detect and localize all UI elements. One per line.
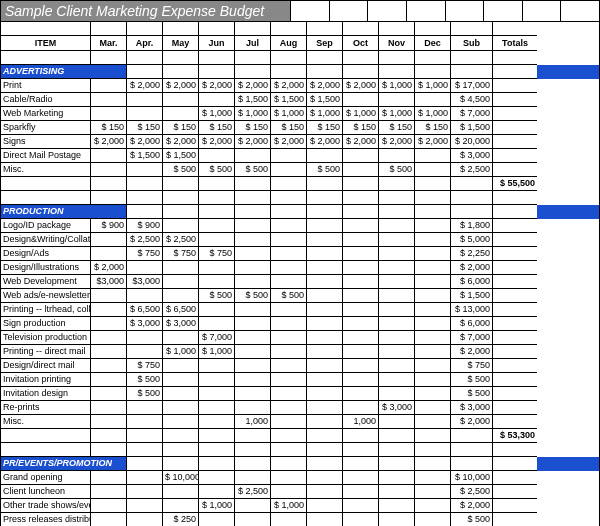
table-row: Design/direct mail$ 750$ 750 [1, 359, 599, 373]
table-row: Design/Ads$ 750$ 750$ 750$ 2,250 [1, 247, 599, 261]
month-cell [415, 359, 451, 373]
total-cell [493, 415, 537, 429]
month-cell [343, 233, 379, 247]
item-cell: Invitation printing [1, 373, 91, 387]
month-cell [163, 443, 199, 457]
month-cell [379, 261, 415, 275]
month-cell: $ 2,000 [235, 135, 271, 149]
total-cell [493, 93, 537, 107]
month-cell: $ 2,000 [415, 135, 451, 149]
month-cell [199, 219, 235, 233]
month-cell [163, 387, 199, 401]
item-cell: Invitation design [1, 387, 91, 401]
month-cell [91, 107, 127, 121]
month-cell [127, 485, 163, 499]
month-cell [163, 177, 199, 191]
sub-cell [451, 191, 493, 205]
month-cell [343, 359, 379, 373]
month-cell: $ 2,000 [307, 79, 343, 93]
table-row: Television production$ 7,000$ 7,000 [1, 331, 599, 345]
month-cell: $ 150 [127, 121, 163, 135]
month-cell [307, 331, 343, 345]
month-cell [307, 247, 343, 261]
section-header: PR/EVENTS/PROMOTION [1, 457, 599, 471]
month-cell [271, 387, 307, 401]
month-cell [127, 471, 163, 485]
month-cell [163, 289, 199, 303]
month-cell: $ 1,000 [199, 345, 235, 359]
spreadsheet: Sample Client Marketing Expense Budget I… [0, 0, 600, 526]
month-cell [271, 359, 307, 373]
month-cell: $ 1,000 [271, 499, 307, 513]
month-cell [343, 289, 379, 303]
month-cell [127, 163, 163, 177]
sub-cell: $ 2,000 [451, 345, 493, 359]
month-cell: $ 150 [343, 121, 379, 135]
month-cell [199, 471, 235, 485]
month-cell [343, 317, 379, 331]
month-cell: $3,000 [91, 275, 127, 289]
month-cell [271, 345, 307, 359]
sub-cell [451, 429, 493, 443]
header-cell: Sub [451, 36, 493, 51]
column-headers: ITEMMar.Apr.MayJunJulAugSepOctNovDecSubT… [1, 36, 599, 51]
month-cell [235, 471, 271, 485]
month-cell [271, 163, 307, 177]
month-cell [379, 22, 415, 36]
month-cell [199, 513, 235, 526]
total-cell [493, 317, 537, 331]
month-cell: $ 500 [379, 163, 415, 177]
item-cell: Sign production [1, 317, 91, 331]
month-cell [379, 331, 415, 345]
month-cell [415, 22, 451, 36]
month-cell: $ 2,000 [271, 79, 307, 93]
month-cell [415, 261, 451, 275]
item-cell: Design/Illustrations [1, 261, 91, 275]
month-cell [415, 429, 451, 443]
month-cell [235, 443, 271, 457]
section-total-row: $ 55,500 [1, 177, 599, 191]
month-cell [307, 22, 343, 36]
month-cell [127, 331, 163, 345]
sub-cell: $ 2,500 [451, 163, 493, 177]
month-cell [379, 345, 415, 359]
section-header: PRODUCTION [1, 205, 599, 219]
header-cell: May [163, 36, 199, 51]
month-cell: $ 2,000 [235, 79, 271, 93]
month-cell [91, 177, 127, 191]
month-cell [343, 177, 379, 191]
month-cell [379, 275, 415, 289]
table-row: Invitation design$ 500$ 500 [1, 387, 599, 401]
month-cell: $ 1,000 [343, 107, 379, 121]
header-cell: Totals [493, 36, 537, 51]
month-cell [163, 107, 199, 121]
month-cell [343, 485, 379, 499]
sub-cell: $ 2,250 [451, 247, 493, 261]
title-cell: Sample Client Marketing Expense Budget [1, 1, 291, 22]
sub-cell [451, 443, 493, 457]
month-cell: $ 900 [91, 219, 127, 233]
month-cell [307, 219, 343, 233]
month-cell [271, 149, 307, 163]
month-cell [91, 22, 127, 36]
month-cell [343, 149, 379, 163]
month-cell: $ 3,000 [379, 401, 415, 415]
total-cell [493, 373, 537, 387]
month-cell: $ 500 [235, 163, 271, 177]
month-cell [379, 177, 415, 191]
sub-cell: $ 7,000 [451, 107, 493, 121]
month-cell [415, 331, 451, 345]
month-cell [379, 51, 415, 65]
month-cell [415, 149, 451, 163]
month-cell [415, 485, 451, 499]
month-cell [379, 485, 415, 499]
month-cell [343, 345, 379, 359]
month-cell: $ 1,500 [271, 93, 307, 107]
month-cell: $ 2,000 [199, 135, 235, 149]
month-cell: $ 2,500 [163, 233, 199, 247]
month-cell [235, 499, 271, 513]
month-cell [379, 513, 415, 526]
table-row: Sparkfly$ 150$ 150$ 150$ 150$ 150$ 150$ … [1, 121, 599, 135]
month-cell [271, 513, 307, 526]
month-cell [91, 485, 127, 499]
